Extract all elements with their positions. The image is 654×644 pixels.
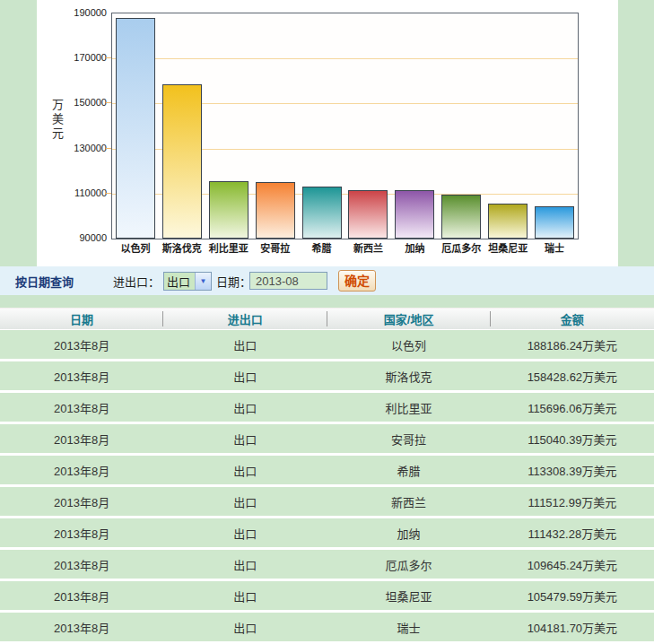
bar-安哥拉 — [256, 182, 295, 239]
x-tick-label: 斯洛伐克 — [159, 240, 205, 255]
table-cell: 出口 — [163, 361, 327, 390]
x-axis-labels: 以色列斯洛伐克利比里亚安哥拉希腊新西兰加纳厄瓜多尔坦桑尼亚瑞士 — [112, 240, 578, 255]
bar-slot — [345, 13, 392, 239]
x-tick-label: 加纳 — [391, 240, 438, 255]
table-row: 2013年8月出口安哥拉115040.39万美元 — [0, 424, 654, 453]
bar-厄瓜多尔 — [441, 195, 481, 239]
x-tick-label: 利比里亚 — [205, 240, 252, 255]
y-tick-label: 170000 — [37, 52, 107, 63]
table-cell: 115040.39万美元 — [491, 424, 654, 453]
date-input[interactable] — [249, 272, 327, 290]
table-cell: 105479.59万美元 — [491, 581, 654, 610]
table-cell: 188186.24万美元 — [491, 330, 654, 359]
table-cell: 出口 — [163, 456, 327, 484]
y-tick-label: 110000 — [37, 187, 107, 198]
bar-slot — [252, 13, 299, 239]
bar-slot — [484, 13, 531, 239]
export-bar-chart: 万美元 19000017000015000013000011000090000 … — [37, 0, 618, 266]
table-row: 2013年8月出口新西兰111512.99万美元 — [0, 487, 654, 516]
bar-以色列 — [116, 18, 155, 239]
table-cell: 2013年8月 — [0, 330, 163, 359]
separator-strip — [0, 295, 654, 308]
io-select-value: 出口 — [164, 273, 195, 290]
query-toolbar: 按日期查询 进出口： 出口 ▼ 日期： 确定 — [0, 266, 654, 295]
table-cell: 111512.99万美元 — [491, 487, 654, 516]
table-cell: 出口 — [163, 518, 327, 547]
table-cell: 2013年8月 — [0, 487, 163, 516]
table-cell: 115696.06万美元 — [491, 393, 654, 422]
table-header-cell: 金额 — [491, 309, 654, 329]
table-row: 2013年8月出口希腊113308.39万美元 — [0, 456, 654, 484]
results-table: 日期进出口国家/地区金额 2013年8月出口以色列188186.24万美元201… — [0, 308, 654, 644]
x-tick-label: 新西兰 — [345, 240, 392, 255]
y-tick-mark — [106, 148, 111, 149]
submit-button[interactable]: 确定 — [338, 270, 376, 292]
table-cell: 希腊 — [327, 456, 491, 484]
bar-slot — [391, 13, 438, 239]
bar-希腊 — [302, 187, 342, 239]
y-tick-mark — [106, 193, 111, 194]
bar-斯洛伐克 — [162, 84, 202, 239]
table-cell: 109645.24万美元 — [491, 550, 654, 579]
table-cell: 2013年8月 — [0, 361, 163, 390]
bar-slot — [299, 13, 345, 239]
table-cell: 2013年8月 — [0, 393, 163, 422]
bar-slot — [205, 13, 252, 239]
bar-瑞士 — [535, 206, 574, 239]
page: 万美元 19000017000015000013000011000090000 … — [0, 0, 654, 644]
table-row: 2013年8月出口坦桑尼亚105479.59万美元 — [0, 581, 654, 610]
x-tick-label: 以色列 — [112, 240, 159, 255]
right-margin-strip — [618, 0, 654, 266]
table-cell: 出口 — [163, 581, 327, 610]
bar-slot — [438, 13, 484, 239]
y-tick-mark — [106, 57, 111, 58]
table-row: 2013年8月出口瑞士104181.70万美元 — [0, 613, 654, 641]
table-cell: 2013年8月 — [0, 424, 163, 453]
x-tick-label: 坦桑尼亚 — [484, 240, 531, 255]
table-cell: 出口 — [163, 613, 327, 641]
bar-series — [112, 13, 578, 239]
table-cell: 新西兰 — [327, 487, 491, 516]
table-cell: 厄瓜多尔 — [327, 550, 491, 579]
table-cell: 斯洛伐克 — [327, 361, 491, 390]
table-header-cell: 日期 — [0, 309, 163, 329]
table-cell: 加纳 — [327, 518, 491, 547]
table-header-row: 日期进出口国家/地区金额 — [0, 308, 654, 329]
table-cell: 出口 — [163, 393, 327, 422]
y-tick-label: 90000 — [37, 232, 107, 243]
x-tick-label: 安哥拉 — [252, 240, 299, 255]
x-tick-label: 厄瓜多尔 — [438, 240, 484, 255]
table-cell: 出口 — [163, 550, 327, 579]
table-row: 2013年8月出口利比里亚115696.06万美元 — [0, 393, 654, 422]
table-cell: 瑞士 — [327, 613, 491, 641]
table-cell: 利比里亚 — [327, 393, 491, 422]
table-cell: 出口 — [163, 424, 327, 453]
bar-利比里亚 — [209, 181, 249, 239]
x-tick-label: 希腊 — [299, 240, 345, 255]
table-cell: 安哥拉 — [327, 424, 491, 453]
table-cell: 2013年8月 — [0, 550, 163, 579]
bar-slot — [531, 13, 578, 239]
query-section-title: 按日期查询 — [15, 273, 74, 290]
bar-slot — [112, 13, 159, 239]
table-cell: 出口 — [163, 487, 327, 516]
table-header-cell: 国家/地区 — [327, 309, 491, 329]
table-cell: 113308.39万美元 — [491, 456, 654, 484]
left-margin-strip — [0, 0, 37, 266]
table-cell: 2013年8月 — [0, 613, 163, 641]
table-cell: 坦桑尼亚 — [327, 581, 491, 610]
bar-坦桑尼亚 — [488, 204, 528, 239]
bar-加纳 — [395, 190, 434, 239]
chevron-down-icon[interactable]: ▼ — [195, 273, 211, 290]
table-cell: 111432.28万美元 — [491, 518, 654, 547]
date-input-label: 日期： — [216, 273, 251, 290]
table-body: 2013年8月出口以色列188186.24万美元2013年8月出口斯洛伐克158… — [0, 330, 654, 641]
table-row: 2013年8月出口加纳111432.28万美元 — [0, 518, 654, 547]
io-select[interactable]: 出口 ▼ — [163, 272, 212, 291]
table-row: 2013年8月出口以色列188186.24万美元 — [0, 330, 654, 359]
table-cell: 出口 — [163, 330, 327, 359]
x-tick-label: 瑞士 — [531, 240, 578, 255]
bar-slot — [159, 13, 205, 239]
table-cell: 104181.70万美元 — [491, 613, 654, 641]
table-row: 2013年8月出口斯洛伐克158428.62万美元 — [0, 361, 654, 390]
